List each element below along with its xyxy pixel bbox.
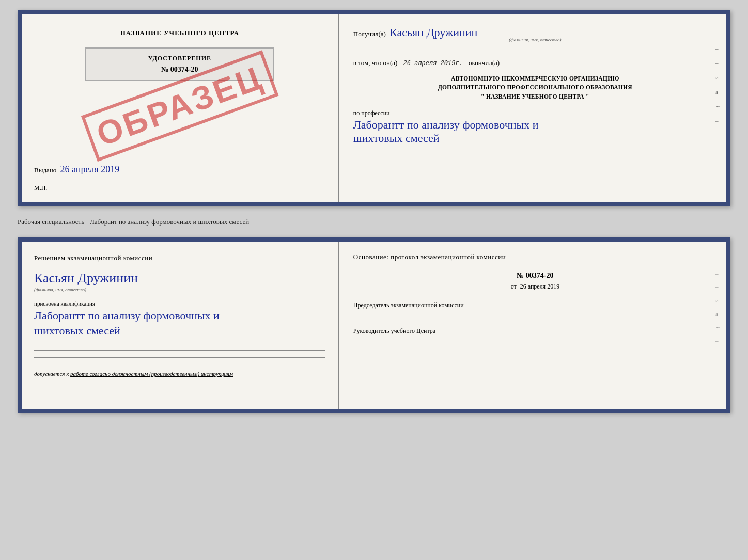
org-line2: ДОПОЛНИТЕЛЬНОГО ПРОФЕССИОНАЛЬНОГО ОБРАЗО… bbox=[353, 83, 717, 92]
line4 bbox=[34, 381, 325, 381]
допускается-block: допускается к работе согласно должностны… bbox=[34, 371, 325, 377]
line3 bbox=[34, 364, 325, 364]
top-right-panel: Получил(а) Касьян Дружинин (фамилия, имя… bbox=[339, 14, 726, 202]
dash6: – bbox=[715, 118, 721, 124]
mark6: ← bbox=[715, 324, 721, 330]
issued-date: 26 апреля 2019 bbox=[60, 164, 120, 174]
dash5: ← bbox=[715, 103, 721, 109]
protocol-date-line: от 26 апреля 2019 bbox=[353, 283, 717, 291]
received-name: Касьян Дружинин bbox=[389, 26, 477, 39]
certificate-box: УДОСТОВЕРЕНИЕ № 00374-20 bbox=[85, 47, 274, 81]
dash3: и bbox=[715, 74, 721, 81]
qualification-name: Лаборантт по анализу формовочных ишихтов… bbox=[34, 309, 325, 338]
issued-label: Выдано bbox=[34, 166, 56, 174]
dash7: – bbox=[715, 132, 721, 138]
completed-prefix: в том, что он(а) bbox=[353, 59, 398, 67]
certificate-title: УДОСТОВЕРЕНИЕ bbox=[91, 55, 268, 62]
bottom-left-panel: Решением экзаменационной комиссии Касьян… bbox=[22, 242, 339, 409]
protocol-date: 26 апреля 2019 bbox=[520, 283, 559, 290]
org-line3: " НАЗВАНИЕ УЧЕБНОГО ЦЕНТРА " bbox=[353, 92, 717, 101]
person-name: Касьян Дружинин bbox=[34, 270, 325, 286]
page-container: НАЗВАНИЕ УЧЕБНОГО ЦЕНТРА ОБРАЗЕЦ УДОСТОВ… bbox=[18, 10, 730, 413]
bottom-lines bbox=[34, 350, 325, 364]
issued-line: Выдано 26 апреля 2019 bbox=[34, 164, 325, 175]
profession-prefix: по профессии bbox=[353, 109, 390, 117]
dash4: а bbox=[715, 89, 721, 95]
mark3: – bbox=[715, 284, 721, 290]
doc-left-bottom: Выдано 26 апреля 2019 М.П. bbox=[34, 159, 325, 192]
chairman-label: Председатель экзаменационной комиссии bbox=[353, 301, 717, 310]
dash2: – bbox=[715, 60, 721, 66]
mark4: и bbox=[715, 297, 721, 303]
org-block: АВТОНОМНУЮ НЕКОММЕРЧЕСКУЮ ОРГАНИЗАЦИЮ ДО… bbox=[353, 74, 717, 101]
bottom-document-card: Решением экзаменационной комиссии Касьян… bbox=[18, 237, 730, 413]
profession-name: Лаборантт по анализу формовочных ишихтов… bbox=[353, 118, 717, 145]
mp-label: М.П. bbox=[34, 184, 325, 192]
director-label: Руководитель учебного Центра bbox=[353, 327, 717, 335]
org-line1: АВТОНОМНУЮ НЕКОММЕРЧЕСКУЮ ОРГАНИЗАЦИЮ bbox=[353, 74, 717, 83]
top-document-card: НАЗВАНИЕ УЧЕБНОГО ЦЕНТРА ОБРАЗЕЦ УДОСТОВ… bbox=[18, 10, 730, 206]
received-prefix: Получил(а) bbox=[353, 30, 386, 38]
certificate-number: № 00374-20 bbox=[91, 66, 268, 74]
dash1: – bbox=[715, 45, 721, 52]
dash: – bbox=[356, 42, 360, 50]
decision-title: Решением экзаменационной комиссии bbox=[34, 254, 325, 262]
bottom-right-panel: Основание: протокол экзаменационной коми… bbox=[339, 242, 726, 409]
protocol-number: № 00374-20 bbox=[353, 271, 717, 280]
mark7: – bbox=[715, 338, 721, 344]
training-center-title: НАЗВАНИЕ УЧЕБНОГО ЦЕНТРА bbox=[34, 29, 325, 37]
line2 bbox=[34, 357, 325, 358]
mark1: – bbox=[715, 257, 721, 263]
right-side-lines: – – и а ← – – bbox=[715, 45, 721, 138]
profession-line: по профессии Лаборантт по анализу формов… bbox=[353, 109, 717, 145]
chairman-signature-line bbox=[353, 318, 572, 318]
received-line: Получил(а) Касьян Дружинин (фамилия, имя… bbox=[353, 26, 717, 51]
right-side-marks-bottom: – – – и а ← – – bbox=[715, 257, 721, 357]
qualification-prefix: присвоена квалификация bbox=[34, 300, 325, 307]
mark2: – bbox=[715, 270, 721, 277]
допускается-text: работе согласно должностным (производств… bbox=[70, 371, 233, 377]
director-signature-line bbox=[353, 340, 572, 340]
line1 bbox=[34, 350, 325, 351]
name-subtitle: (фамилия, имя, отчество) bbox=[34, 287, 325, 292]
допускается-prefix: допускается к bbox=[34, 371, 69, 377]
completed-date: 26 апреля 2019г. bbox=[403, 60, 463, 67]
completed-line: в том, что он(а) 26 апреля 2019г. окончи… bbox=[353, 59, 717, 67]
top-left-panel: НАЗВАНИЕ УЧЕБНОГО ЦЕНТРА ОБРАЗЕЦ УДОСТОВ… bbox=[22, 14, 339, 202]
specialty-label: Рабочая специальность - Лаборант по анал… bbox=[18, 216, 730, 228]
mark5: а bbox=[715, 311, 721, 317]
completed-suffix: окончил(а) bbox=[469, 59, 500, 67]
protocol-date-prefix: от bbox=[511, 283, 517, 290]
basis-title: Основание: протокол экзаменационной коми… bbox=[353, 253, 717, 261]
mark8: – bbox=[715, 351, 721, 357]
